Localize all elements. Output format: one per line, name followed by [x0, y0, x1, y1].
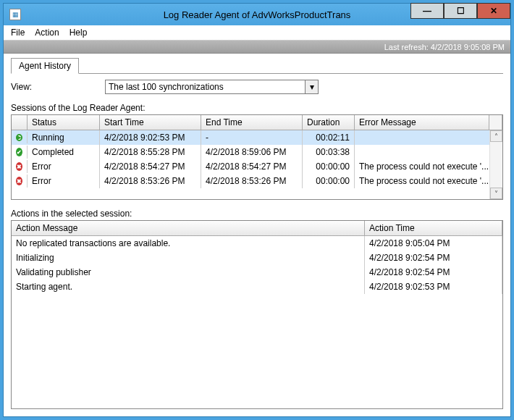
- menu-help[interactable]: Help: [69, 28, 88, 38]
- sessions-header: Status Start Time End Time Duration Erro…: [12, 115, 502, 130]
- session-row[interactable]: Error 4/2/2018 8:53:26 PM 4/2/2018 8:53:…: [12, 174, 502, 188]
- titlebar[interactable]: ▦ Log Reader Agent of AdvWorksProductTra…: [4, 4, 510, 25]
- sessions-scrollbar[interactable]: ˄ ˅: [489, 130, 502, 199]
- actions-header: Action Message Action Time: [12, 221, 502, 236]
- app-icon: ▦: [9, 9, 21, 20]
- actions-grid: Action Message Action Time No replicated…: [11, 220, 503, 409]
- scroll-up-icon[interactable]: ˄: [490, 130, 502, 142]
- sessions-grid: Status Start Time End Time Duration Erro…: [11, 114, 503, 200]
- error-icon: [16, 177, 22, 185]
- col-status[interactable]: Status: [28, 115, 100, 130]
- action-row[interactable]: No replicated transactions are available…: [12, 236, 502, 251]
- running-icon: [16, 134, 22, 141]
- session-row[interactable]: Completed 4/2/2018 8:55:28 PM 4/2/2018 8…: [12, 145, 502, 159]
- action-row[interactable]: Starting agent. 4/2/2018 9:02:53 PM: [12, 280, 502, 294]
- col-action-time[interactable]: Action Time: [365, 221, 502, 235]
- col-error[interactable]: Error Message: [355, 115, 489, 130]
- col-icon[interactable]: [12, 115, 28, 130]
- col-end-time[interactable]: End Time: [201, 115, 303, 130]
- minimize-button[interactable]: —: [410, 3, 444, 19]
- session-row[interactable]: Running 4/2/2018 9:02:53 PM - 00:02:11: [12, 130, 502, 145]
- app-window: ▦ Log Reader Agent of AdvWorksProductTra…: [3, 3, 511, 417]
- sessions-label: Sessions of the Log Reader Agent:: [11, 103, 503, 113]
- col-duration[interactable]: Duration: [303, 115, 355, 130]
- menubar: File Action Help: [4, 25, 510, 41]
- menu-action[interactable]: Action: [35, 28, 59, 38]
- completed-icon: [16, 148, 22, 156]
- session-row[interactable]: Error 4/2/2018 8:54:27 PM 4/2/2018 8:54:…: [12, 159, 502, 174]
- action-row[interactable]: Initializing 4/2/2018 9:02:54 PM: [12, 251, 502, 265]
- close-button[interactable]: ✕: [477, 3, 510, 19]
- tab-agent-history[interactable]: Agent History: [11, 58, 79, 74]
- sessions-body: Running 4/2/2018 9:02:53 PM - 00:02:11 C…: [12, 130, 502, 199]
- window-controls: — ☐ ✕: [410, 4, 510, 25]
- scroll-down-icon[interactable]: ˅: [490, 188, 502, 199]
- error-icon: [16, 162, 22, 171]
- col-scrollhead: [489, 115, 502, 130]
- view-select[interactable]: The last 100 synchronizations ▾: [105, 80, 319, 94]
- actions-label: Actions in the selected session:: [11, 209, 503, 219]
- last-refresh-text: Last refresh: 4/2/2018 9:05:08 PM: [384, 43, 505, 51]
- chevron-down-icon: ▾: [305, 80, 318, 93]
- col-action-message[interactable]: Action Message: [12, 221, 365, 235]
- tabstrip: Agent History: [11, 58, 503, 74]
- action-row[interactable]: Validating publisher 4/2/2018 9:02:54 PM: [12, 265, 502, 280]
- content-area: Agent History View: The last 100 synchro…: [4, 54, 510, 416]
- menu-file[interactable]: File: [11, 28, 25, 38]
- view-select-value: The last 100 synchronizations: [109, 82, 224, 92]
- col-start-time[interactable]: Start Time: [100, 115, 201, 130]
- view-label: View:: [11, 82, 105, 92]
- view-row: View: The last 100 synchronizations ▾: [11, 80, 503, 94]
- actions-body: No replicated transactions are available…: [12, 236, 502, 408]
- maximize-button[interactable]: ☐: [444, 3, 477, 19]
- last-refresh-bar: Last refresh: 4/2/2018 9:05:08 PM: [4, 41, 510, 54]
